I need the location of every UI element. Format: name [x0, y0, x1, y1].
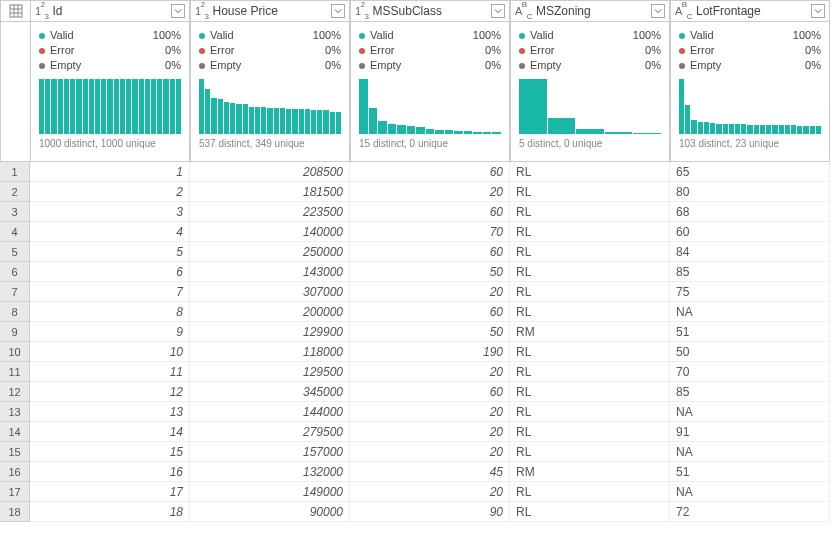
- data-cell[interactable]: 20: [350, 282, 510, 302]
- row-number[interactable]: 12: [0, 382, 30, 402]
- data-cell[interactable]: RL: [510, 282, 670, 302]
- data-cell[interactable]: RL: [510, 502, 670, 522]
- data-cell[interactable]: 190: [350, 342, 510, 362]
- data-cell[interactable]: 85: [670, 262, 830, 282]
- data-cell[interactable]: 181500: [190, 182, 350, 202]
- column-filter-button[interactable]: [651, 4, 665, 18]
- data-cell[interactable]: RL: [510, 482, 670, 502]
- data-cell[interactable]: 140000: [190, 222, 350, 242]
- data-cell[interactable]: 143000: [190, 262, 350, 282]
- row-number[interactable]: 4: [0, 222, 30, 242]
- data-cell[interactable]: 18: [30, 502, 190, 522]
- data-cell[interactable]: 16: [30, 462, 190, 482]
- data-cell[interactable]: 65: [670, 162, 830, 182]
- data-cell[interactable]: 51: [670, 322, 830, 342]
- data-cell[interactable]: RL: [510, 262, 670, 282]
- data-cell[interactable]: 223500: [190, 202, 350, 222]
- row-number[interactable]: 8: [0, 302, 30, 322]
- data-cell[interactable]: 60: [350, 162, 510, 182]
- data-cell[interactable]: RL: [510, 422, 670, 442]
- data-cell[interactable]: 5: [30, 242, 190, 262]
- data-cell[interactable]: 129500: [190, 362, 350, 382]
- data-cell[interactable]: RL: [510, 362, 670, 382]
- column-filter-button[interactable]: [811, 4, 825, 18]
- data-cell[interactable]: 144000: [190, 402, 350, 422]
- data-cell[interactable]: 1: [30, 162, 190, 182]
- column-header[interactable]: 123MSSubClass: [350, 0, 510, 22]
- row-number[interactable]: 18: [0, 502, 30, 522]
- data-cell[interactable]: 20: [350, 362, 510, 382]
- data-cell[interactable]: 51: [670, 462, 830, 482]
- data-cell[interactable]: 68: [670, 202, 830, 222]
- row-number[interactable]: 1: [0, 162, 30, 182]
- data-cell[interactable]: 129900: [190, 322, 350, 342]
- data-cell[interactable]: 149000: [190, 482, 350, 502]
- data-cell[interactable]: RM: [510, 462, 670, 482]
- data-cell[interactable]: NA: [670, 302, 830, 322]
- data-cell[interactable]: 72: [670, 502, 830, 522]
- row-number[interactable]: 14: [0, 422, 30, 442]
- data-cell[interactable]: 13: [30, 402, 190, 422]
- data-cell[interactable]: 75: [670, 282, 830, 302]
- data-cell[interactable]: 307000: [190, 282, 350, 302]
- data-cell[interactable]: 85: [670, 382, 830, 402]
- data-cell[interactable]: 20: [350, 482, 510, 502]
- data-cell[interactable]: 250000: [190, 242, 350, 262]
- data-cell[interactable]: 10: [30, 342, 190, 362]
- data-cell[interactable]: 84: [670, 242, 830, 262]
- data-cell[interactable]: 11: [30, 362, 190, 382]
- row-number[interactable]: 6: [0, 262, 30, 282]
- data-cell[interactable]: 157000: [190, 442, 350, 462]
- data-cell[interactable]: 20: [350, 422, 510, 442]
- column-header[interactable]: 123Id: [30, 0, 190, 22]
- data-cell[interactable]: RM: [510, 322, 670, 342]
- data-cell[interactable]: RL: [510, 402, 670, 422]
- data-cell[interactable]: 20: [350, 402, 510, 422]
- row-number[interactable]: 2: [0, 182, 30, 202]
- column-filter-button[interactable]: [331, 4, 345, 18]
- row-number[interactable]: 5: [0, 242, 30, 262]
- row-number[interactable]: 11: [0, 362, 30, 382]
- row-number[interactable]: 13: [0, 402, 30, 422]
- data-cell[interactable]: 60: [670, 222, 830, 242]
- row-number[interactable]: 9: [0, 322, 30, 342]
- data-cell[interactable]: 90000: [190, 502, 350, 522]
- data-cell[interactable]: RL: [510, 242, 670, 262]
- data-cell[interactable]: RL: [510, 302, 670, 322]
- data-cell[interactable]: RL: [510, 342, 670, 362]
- data-cell[interactable]: 3: [30, 202, 190, 222]
- data-cell[interactable]: RL: [510, 222, 670, 242]
- row-number[interactable]: 10: [0, 342, 30, 362]
- data-cell[interactable]: 15: [30, 442, 190, 462]
- data-cell[interactable]: 12: [30, 382, 190, 402]
- data-cell[interactable]: 9: [30, 322, 190, 342]
- data-cell[interactable]: 7: [30, 282, 190, 302]
- data-cell[interactable]: 20: [350, 182, 510, 202]
- column-header[interactable]: 123House Price: [190, 0, 350, 22]
- row-number[interactable]: 15: [0, 442, 30, 462]
- data-cell[interactable]: 200000: [190, 302, 350, 322]
- table-corner-icon[interactable]: [0, 0, 30, 22]
- data-cell[interactable]: 50: [350, 322, 510, 342]
- data-cell[interactable]: 80: [670, 182, 830, 202]
- data-cell[interactable]: NA: [670, 482, 830, 502]
- data-cell[interactable]: 14: [30, 422, 190, 442]
- data-cell[interactable]: RL: [510, 182, 670, 202]
- data-cell[interactable]: 45: [350, 462, 510, 482]
- data-cell[interactable]: 70: [670, 362, 830, 382]
- data-cell[interactable]: 20: [350, 442, 510, 462]
- row-number[interactable]: 3: [0, 202, 30, 222]
- column-header[interactable]: ABCLotFrontage: [670, 0, 830, 22]
- data-cell[interactable]: 17: [30, 482, 190, 502]
- column-header[interactable]: ABCMSZoning: [510, 0, 670, 22]
- column-filter-button[interactable]: [171, 4, 185, 18]
- data-cell[interactable]: 208500: [190, 162, 350, 182]
- row-number[interactable]: 16: [0, 462, 30, 482]
- data-cell[interactable]: 132000: [190, 462, 350, 482]
- data-cell[interactable]: 90: [350, 502, 510, 522]
- data-cell[interactable]: 345000: [190, 382, 350, 402]
- column-filter-button[interactable]: [491, 4, 505, 18]
- data-cell[interactable]: 118000: [190, 342, 350, 362]
- data-cell[interactable]: 6: [30, 262, 190, 282]
- data-cell[interactable]: 279500: [190, 422, 350, 442]
